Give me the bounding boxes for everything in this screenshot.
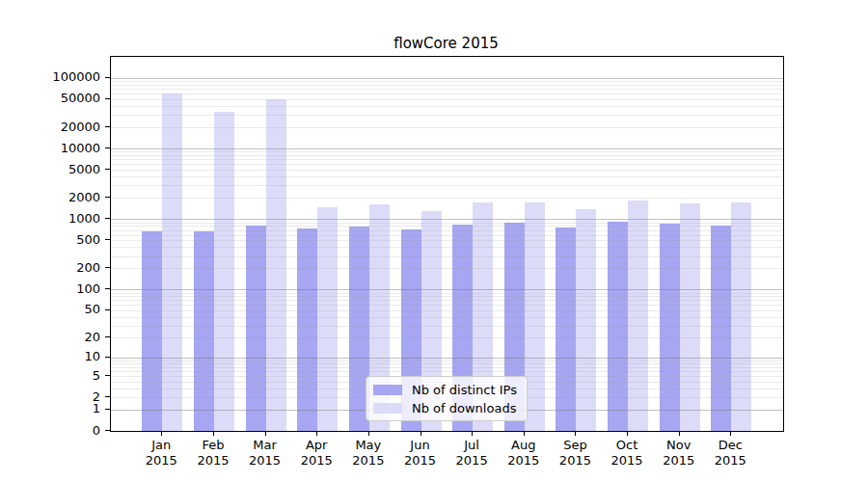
legend-label-downloads: Nb of downloads [412,402,516,415]
gridline-30 [111,326,783,327]
y-tick-100000 [105,77,110,78]
y-tick-label-20: 20 [14,331,100,343]
gridline-8000 [111,155,783,156]
x-tick-label-may: May 2015 [339,438,397,469]
x-tick-label-apr: Apr 2015 [287,438,345,469]
y-tick-label-50000: 50000 [14,92,100,104]
x-tick-nov [679,431,680,436]
legend-item-downloads: Nb of downloads [373,400,519,416]
y-tick-label-20000: 20000 [14,120,100,133]
gridline-300 [111,256,783,257]
x-tick-apr [316,431,317,436]
gridline-500 [111,240,783,241]
x-tick-label-jun: Jun 2015 [392,438,449,469]
x-tick-mar [265,431,266,436]
gridline-1000 [111,219,783,220]
y-tick-2000 [105,197,110,198]
x-tick-label-oct: Oct 2015 [598,438,656,469]
gridline-60 [111,305,783,306]
gridline-30000 [111,115,783,116]
gridline-100 [111,289,783,290]
gridline-200 [111,268,783,269]
gridline-70000 [111,89,783,90]
y-tick-label-2: 2 [14,390,100,403]
y-tick-5 [105,375,110,376]
gridline-800 [111,226,783,227]
x-tick-label-mar: Mar 2015 [236,438,294,469]
y-tick-label-0: 0 [14,424,100,437]
gridline-600 [111,235,783,236]
plot-area: Nb of distinct IPs Nb of downloads [110,56,784,432]
y-tick-5000 [105,169,110,170]
legend-label-distinct-ips: Nb of distinct IPs [412,384,517,396]
gridline-6 [111,371,783,372]
x-tick-label-feb: Feb 2015 [184,438,242,469]
gridline-6000 [111,164,783,165]
gridline-10000 [111,148,783,149]
x-tick-sep [575,431,576,436]
gridline-10 [111,358,783,359]
y-tick-50 [105,309,110,310]
gridline-7000 [111,159,783,160]
x-tick-may [368,431,369,436]
y-tick-20 [105,336,110,337]
y-tick-0 [105,430,110,431]
x-tick-label-aug: Aug 2015 [495,438,553,469]
x-tick-jan [161,431,162,436]
gridline-20000 [111,127,783,128]
y-tick-label-200: 200 [14,261,100,274]
x-tick-label-jul: Jul 2015 [443,438,501,469]
bar-distinct-ips-feb [194,231,214,431]
legend-swatch-downloads [373,403,402,414]
gridline-40 [111,317,783,318]
bar-downloads-jan [162,94,182,431]
y-tick-label-1000: 1000 [14,212,100,225]
gridline-90 [111,293,783,294]
x-tick-feb [213,431,214,436]
gridline-90000 [111,81,783,82]
y-tick-10000 [105,147,110,148]
y-tick-50000 [105,98,110,99]
y-tick-label-5000: 5000 [14,163,100,175]
gridline-20 [111,337,783,338]
y-tick-500 [105,239,110,240]
gridline-60000 [111,94,783,94]
gridline-9 [111,361,783,362]
gridline-80000 [111,85,783,86]
y-tick-2 [105,396,110,397]
x-tick-jul [472,431,473,436]
gridline-50 [111,310,783,311]
x-tick-label-jan: Jan 2015 [132,438,190,469]
bar-distinct-ips-apr [297,228,317,431]
x-tick-jun [420,431,421,436]
y-tick-label-100: 100 [14,282,100,295]
legend-item-distinct-ips: Nb of distinct IPs [373,382,519,398]
chart-title: flowCore 2015 [110,35,782,52]
gridline-2000 [111,198,783,199]
gridline-900 [111,223,783,224]
gridline-80 [111,296,783,297]
y-tick-label-500: 500 [14,233,100,246]
x-tick-aug [524,431,525,436]
x-tick-label-dec: Dec 2015 [701,438,759,469]
gridline-70 [111,300,783,301]
y-tick-10 [105,357,110,358]
y-tick-200 [105,267,110,268]
y-tick-100 [105,288,110,289]
gridline-400 [111,247,783,248]
bar-distinct-ips-jan [142,231,162,431]
gridline-8 [111,363,783,364]
y-tick-1 [105,409,110,410]
gridline-3000 [111,185,783,186]
legend: Nb of distinct IPs Nb of downloads [366,376,528,421]
bar-distinct-ips-sep [556,228,576,431]
x-tick-label-nov: Nov 2015 [650,438,708,469]
y-tick-1000 [105,218,110,219]
gridline-9000 [111,151,783,152]
gridline-40000 [111,106,783,107]
y-tick-label-100000: 100000 [14,70,100,83]
y-tick-20000 [105,126,110,127]
gridline-50000 [111,99,783,100]
y-tick-label-10000: 10000 [14,142,100,154]
y-tick-label-5: 5 [14,369,100,382]
